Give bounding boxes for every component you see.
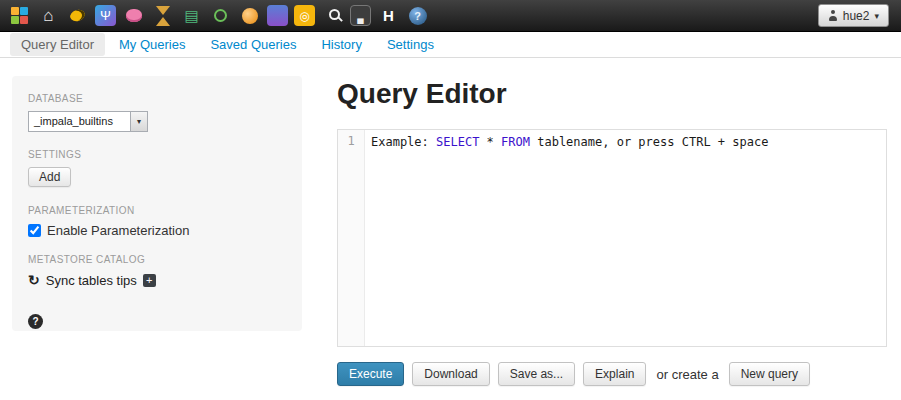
user-icon [828,10,838,21]
sql-keyword-from: FROM [501,135,530,149]
or-create-a-text: or create a [656,367,718,382]
pig-shape-icon [126,9,142,22]
user-name: hue2 [843,9,870,23]
caret-down-icon: ▾ [874,11,879,21]
editor-code-line: Example: SELECT * FROM tablename, or pre… [365,130,886,346]
database-select[interactable]: _impala_builtins ▾ [28,111,148,132]
tab-settings[interactable]: Settings [376,33,445,56]
tab-query-editor[interactable]: Query Editor [10,33,105,56]
enable-parameterization-checkbox[interactable] [28,224,41,237]
enable-parameterization-label: Enable Parameterization [47,223,189,238]
enable-parameterization-row: Enable Parameterization [28,223,286,238]
tab-my-queries[interactable]: My Queries [108,33,196,56]
settings-label: SETTINGS [28,149,286,160]
query-actions: Execute Download Save as... Explain or c… [337,362,887,386]
execute-button[interactable]: Execute [337,362,404,386]
page-title: Query Editor [337,78,887,110]
page-content: DATABASE _impala_builtins ▾ SETTINGS Add… [0,58,901,386]
metastore-icon[interactable]: ▤ [180,4,203,28]
sync-tables-row: ↻ Sync tables tips + [28,272,286,288]
parameterization-label: PARAMETERIZATION [28,205,286,216]
oozie-icon[interactable] [238,4,261,28]
select-caret-icon: ▾ [130,112,147,131]
database-label: DATABASE [28,93,286,104]
hue-logo-grid [11,7,28,24]
hdfs-icon[interactable]: H [377,4,400,28]
top-navbar: ⌂ Ψ ▤ ◎ ▄ H ? hue2 ▾ [0,0,901,32]
hourglass-icon [156,6,170,26]
tab-history[interactable]: History [310,33,372,56]
metastore-catalog-label: METASTORE CATALOG [28,254,286,265]
impala-icon[interactable]: Ψ [95,5,116,26]
zookeeper-icon[interactable]: ◎ [294,5,315,26]
bee-icon [69,8,87,23]
spark-icon[interactable] [209,4,232,28]
help-sphere-icon: ? [409,7,427,25]
code-text-suffix: tablename, or press CTRL + space [530,135,768,149]
hbase-icon[interactable] [267,5,288,26]
sync-refresh-icon[interactable]: ↻ [28,272,40,288]
sql-keyword-select: SELECT [436,135,479,149]
code-text-middle: * [479,135,501,149]
sync-tables-label: Sync tables tips [46,273,137,288]
magnifier-icon [329,9,340,20]
new-query-button[interactable]: New query [729,362,810,386]
app-launcher-bar: ⌂ Ψ ▤ ◎ ▄ H ? [8,4,429,28]
job-designer-icon[interactable] [151,4,174,28]
query-sidebar: DATABASE _impala_builtins ▾ SETTINGS Add… [12,76,302,331]
save-as-button[interactable]: Save as... [498,362,575,386]
about-icon[interactable]: ? [406,4,429,28]
hue-logo-icon[interactable] [8,4,31,28]
search-icon[interactable] [321,4,344,28]
hive-icon[interactable] [66,4,89,28]
help-icon[interactable]: ? [28,314,43,329]
add-table-icon[interactable]: + [143,274,156,287]
database-select-value: _impala_builtins [29,112,130,131]
home-icon[interactable]: ⌂ [37,4,60,28]
editor-gutter: 1 [338,130,365,346]
pig-icon[interactable] [122,4,145,28]
add-setting-button[interactable]: Add [28,167,71,187]
sqoop-icon[interactable]: ▄ [350,5,371,26]
user-menu-button[interactable]: hue2 ▾ [818,4,889,27]
explain-button[interactable]: Explain [583,362,646,386]
oozie-ball-icon [242,8,258,24]
query-editor-main: Query Editor 1 Example: SELECT * FROM ta… [337,76,887,386]
tab-saved-queries[interactable]: Saved Queries [199,33,307,56]
ring-icon [214,9,227,22]
tab-bar: Query Editor My Queries Saved Queries Hi… [0,32,901,58]
code-text-prefix: Example: [371,135,436,149]
download-button[interactable]: Download [412,362,489,386]
line-number: 1 [338,134,364,148]
sql-code-editor[interactable]: 1 Example: SELECT * FROM tablename, or p… [337,129,887,347]
